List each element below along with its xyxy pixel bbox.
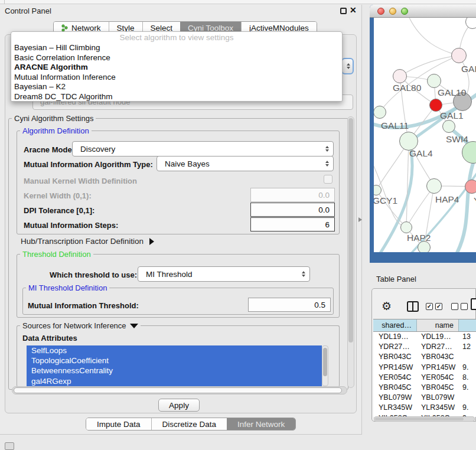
- checked-checkbox-icon-2[interactable]: ✓: [435, 303, 442, 310]
- network-node[interactable]: [374, 106, 386, 119]
- network-node[interactable]: [451, 48, 467, 63]
- network-window-titlebar[interactable]: [370, 5, 476, 18]
- splitter-arrow-icon[interactable]: [358, 217, 362, 222]
- table-body: YDL19…YDL19…13YDR27…YDR27…12YBR043CYBR04…: [373, 332, 476, 417]
- settings-scrollbar-thumb[interactable]: [348, 118, 353, 343]
- close-icon[interactable]: ✕: [350, 5, 357, 15]
- table-row[interactable]: YDR27…YDR27…12: [373, 342, 476, 352]
- network-node-label: GAL1: [440, 110, 464, 121]
- network-node[interactable]: [427, 74, 441, 88]
- tab-impute-data[interactable]: Impute Data: [86, 418, 151, 430]
- algorithm-dropdown-items: Bayesian – Hill ClimbingBasic Correlatio…: [11, 43, 342, 102]
- table-row[interactable]: YBL079WYBL079W: [373, 393, 476, 403]
- checked-checkbox-icon-1[interactable]: ✓: [426, 303, 433, 310]
- network-canvas[interactable]: GALGAL80GAL10GAL1GAL11SWI4GAL4GCY1HAP4YH…: [374, 18, 476, 252]
- table-hscrollbar[interactable]: [374, 416, 475, 422]
- algorithm-dropdown-placeholder: Select algorithm to view settings: [11, 32, 342, 43]
- data-attribute-item[interactable]: SelfLoops: [27, 345, 322, 356]
- settings-hscrollbar-thumb[interactable]: [14, 387, 342, 393]
- network-node-label: GAL4: [409, 148, 433, 159]
- mi-steps-input[interactable]: 6: [250, 217, 335, 231]
- top-strip-divider: [4, 0, 5, 4]
- float-icon[interactable]: [340, 8, 347, 14]
- settings-scrollbar[interactable]: [347, 116, 354, 388]
- table-row[interactable]: YLR345WYLR345W9.: [373, 403, 476, 413]
- apply-button[interactable]: Apply: [158, 399, 200, 412]
- kernel-width-input[interactable]: 0.0: [250, 188, 335, 202]
- table-cell: 9.: [459, 383, 476, 393]
- minimized-panel-icon[interactable]: [5, 442, 14, 450]
- tab-infer-network[interactable]: Infer Network: [227, 418, 295, 430]
- table-row[interactable]: YDL19…YDL19…13: [373, 332, 476, 342]
- table-cell: 12: [459, 342, 476, 352]
- table-cell: YDL19…: [417, 332, 459, 342]
- column-header-name[interactable]: name: [417, 319, 459, 331]
- mi-type-select[interactable]: Naive Bayes: [157, 156, 334, 171]
- table-cell: YLR345W: [417, 403, 459, 413]
- network-node[interactable]: [426, 178, 442, 194]
- table-row[interactable]: YBR043CYBR043C: [373, 352, 476, 362]
- algorithm-dropdown-item[interactable]: Bayesian – K2: [11, 82, 342, 92]
- algorithm-combo-stepper[interactable]: [341, 58, 354, 74]
- table-cell: YBR043C: [373, 352, 417, 362]
- table-row[interactable]: YPR145WYPR145W9.: [373, 363, 476, 373]
- table-cell: YPR145W: [417, 363, 459, 373]
- table-row[interactable]: YER054CYER054C8.: [373, 373, 476, 383]
- unchecked-checkbox-icon-2[interactable]: [461, 303, 468, 310]
- column-header-partial[interactable]: [459, 319, 476, 331]
- algorithm-dropdown-item[interactable]: Mutual Information Inference: [11, 73, 342, 83]
- node-table: shared… name YDL19…YDL19…13YDR27…YDR27…1…: [373, 319, 476, 417]
- network-node[interactable]: [442, 120, 455, 133]
- zoom-traffic-light[interactable]: [401, 8, 408, 15]
- threshold-definition-title: Threshold Definition: [20, 250, 93, 259]
- sources-group-toggle[interactable]: Sources for Network Inference: [20, 321, 141, 330]
- mi-steps-label: Mutual Information Steps:: [24, 221, 118, 230]
- data-attribute-item[interactable]: BetweennessCentrality: [27, 366, 322, 376]
- gear-icon[interactable]: ⚙: [382, 299, 392, 313]
- network-icon: [61, 24, 69, 32]
- network-node-label: HAP2: [407, 233, 431, 243]
- data-attribute-item[interactable]: TopologicalCoefficient: [27, 356, 322, 366]
- network-node[interactable]: [465, 180, 476, 194]
- document-icon[interactable]: [471, 298, 476, 310]
- close-traffic-light[interactable]: [377, 8, 384, 15]
- dpi-tolerance-input[interactable]: 0.0: [250, 203, 335, 217]
- algorithm-dropdown-popup: Select algorithm to view settings Bayesi…: [11, 31, 343, 102]
- table-hscrollbar-thumb[interactable]: [375, 418, 464, 420]
- settings-hscrollbar[interactable]: [12, 386, 347, 394]
- aracne-mode-label: Aracne Mode:: [24, 145, 74, 154]
- attributes-scrollbar-thumb[interactable]: [323, 348, 327, 376]
- attributes-scrollbar[interactable]: [322, 345, 328, 386]
- hub-section-toggle[interactable]: Hub/Transcription Factor Definition: [21, 237, 154, 246]
- data-attribute-item[interactable]: gal4RGexp: [27, 376, 322, 386]
- mi-threshold-label: Mutual Information Threshold:: [28, 301, 139, 310]
- network-node-label: GAL11: [381, 120, 409, 131]
- tab-discretize-data[interactable]: Discretize Data: [151, 418, 227, 430]
- minimize-traffic-light[interactable]: [389, 8, 396, 15]
- unchecked-checkbox-icon-1[interactable]: [451, 303, 458, 310]
- network-node[interactable]: [400, 221, 412, 233]
- network-node[interactable]: [429, 99, 442, 112]
- table-cell: YLR345W: [373, 403, 417, 413]
- which-threshold-label: Which threshold to use:: [50, 270, 137, 279]
- split-panel-icon[interactable]: [407, 301, 419, 312]
- mi-threshold-input[interactable]: 0.5: [248, 298, 331, 312]
- table-row[interactable]: YBR045CYBR045C9.: [373, 383, 476, 393]
- aracne-mode-select[interactable]: Discovery: [72, 141, 334, 156]
- dpi-tolerance-label: DPI Tolerance [0,1]:: [24, 206, 94, 215]
- manual-kernel-label: Manual Kernel Width Definition: [24, 177, 137, 185]
- network-node-label: Y: [474, 195, 476, 206]
- which-threshold-select[interactable]: MI Threshold: [138, 266, 310, 282]
- manual-kernel-checkbox[interactable]: [324, 175, 332, 184]
- table-cell: YDL19…: [373, 332, 417, 342]
- cyni-bottom-tab-bar: Impute Data Discretize Data Infer Networ…: [86, 418, 296, 431]
- algorithm-dropdown-item[interactable]: Dream8 DC_TDC Algorithm: [11, 92, 342, 102]
- table-cell: [459, 393, 476, 403]
- network-node-label: GAL: [461, 64, 476, 74]
- algorithm-dropdown-item[interactable]: ARACNE Algorithm: [11, 63, 342, 73]
- column-header-shared-name[interactable]: shared…: [373, 319, 417, 331]
- network-node[interactable]: [393, 69, 407, 83]
- algorithm-definition-title: Algorithm Definition: [20, 126, 92, 135]
- algorithm-dropdown-item[interactable]: Basic Correlation Inference: [11, 53, 342, 63]
- algorithm-dropdown-item[interactable]: Bayesian – Hill Climbing: [11, 43, 342, 53]
